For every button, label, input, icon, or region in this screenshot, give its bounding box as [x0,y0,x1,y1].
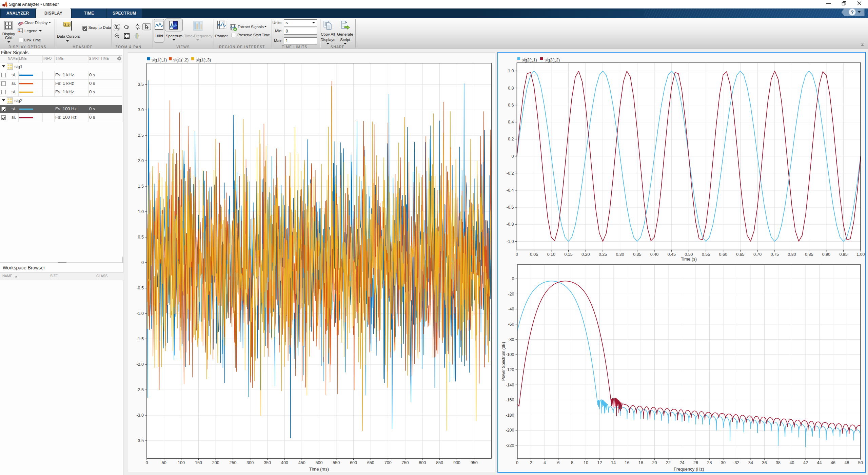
svg-text:Frequency (Hz): Frequency (Hz) [674,467,704,472]
svg-text:-60: -60 [508,322,514,327]
svg-text:0.65: 0.65 [736,252,744,257]
svg-text:8: 8 [571,460,573,465]
svg-text:1.0: 1.0 [508,69,514,73]
svg-text:0.4: 0.4 [508,120,514,125]
svg-text:30: 30 [721,460,726,465]
svg-text:-100: -100 [506,352,514,357]
svg-text:12: 12 [597,460,602,465]
svg-text:0.55: 0.55 [702,252,710,257]
svg-text:0.35: 0.35 [633,252,641,257]
svg-text:28: 28 [707,460,712,465]
svg-text:-160: -160 [506,398,514,402]
svg-text:48: 48 [845,460,849,465]
svg-text:0.40: 0.40 [650,252,658,257]
svg-text:0.25: 0.25 [599,252,607,257]
svg-text:sig2(:,1): sig2(:,1) [522,58,537,62]
svg-text:-80: -80 [508,337,514,342]
svg-text:-140: -140 [506,383,514,387]
svg-text:4: 4 [544,460,546,465]
svg-text:0.15: 0.15 [564,252,572,257]
svg-text:0.2: 0.2 [508,137,514,141]
svg-text:40: 40 [790,460,794,465]
svg-text:0: 0 [511,154,514,159]
svg-text:10: 10 [584,460,588,465]
svg-text:2: 2 [530,460,532,465]
svg-text:Time (s): Time (s) [681,256,697,262]
svg-text:0.8: 0.8 [508,86,514,91]
svg-text:18: 18 [638,460,643,465]
svg-text:1.00: 1.00 [856,252,865,257]
svg-text:0.6: 0.6 [508,103,514,108]
svg-text:-20: -20 [508,292,514,297]
svg-text:50: 50 [858,460,863,465]
svg-text:44: 44 [817,460,822,465]
svg-text:0.75: 0.75 [771,252,779,257]
svg-text:0.05: 0.05 [530,252,538,257]
svg-text:0.50: 0.50 [685,252,693,257]
svg-text:0.20: 0.20 [581,252,590,257]
svg-text:0.85: 0.85 [805,252,813,257]
svg-text:-0.4: -0.4 [507,188,514,193]
svg-text:-220: -220 [506,443,514,448]
svg-text:-0.6: -0.6 [507,205,514,210]
svg-text:0.95: 0.95 [839,252,847,257]
svg-text:24: 24 [680,460,685,465]
svg-text:22: 22 [666,460,671,465]
svg-text:38: 38 [776,460,781,465]
svg-text:0.45: 0.45 [668,252,676,257]
svg-text:-40: -40 [508,307,514,311]
svg-text:36: 36 [762,460,767,465]
svg-text:-0.2: -0.2 [507,171,514,176]
svg-text:0.80: 0.80 [788,252,796,257]
svg-text:-200: -200 [506,428,514,433]
svg-text:0: 0 [512,277,514,281]
svg-text:32: 32 [735,460,739,465]
svg-text:sig2(:,2): sig2(:,2) [545,58,560,62]
svg-text:Power Spectrum (dB): Power Spectrum (dB) [501,342,506,381]
svg-text:0.10: 0.10 [547,252,555,257]
svg-text:42: 42 [803,460,808,465]
svg-text:6: 6 [557,460,560,465]
svg-text:-180: -180 [506,413,514,418]
svg-text:-120: -120 [506,367,514,372]
svg-text:46: 46 [831,460,835,465]
svg-text:0.60: 0.60 [719,252,727,257]
svg-text:16: 16 [625,460,630,465]
svg-text:34: 34 [748,460,753,465]
svg-text:14: 14 [611,460,616,465]
svg-text:-1.0: -1.0 [507,239,514,244]
svg-text:0.70: 0.70 [753,252,762,257]
svg-text:0.90: 0.90 [822,252,830,257]
svg-text:26: 26 [693,460,698,465]
svg-text:20: 20 [652,460,657,465]
svg-text:0.30: 0.30 [616,252,624,257]
svg-text:0: 0 [516,252,518,257]
svg-text:0: 0 [516,460,518,465]
svg-text:-0.8: -0.8 [507,222,514,227]
